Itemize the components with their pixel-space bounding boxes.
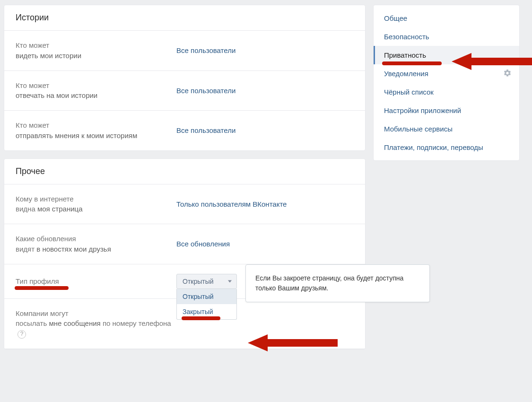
annotation-arrow-privacy [452,51,532,72]
profile-type-label: Тип профиля [16,276,176,287]
stories-card: Истории Кто может видеть мои истории Все… [4,5,366,151]
sidebar-item-blacklist[interactable]: Чёрный список [374,83,519,101]
profile-type-option-closed[interactable]: Закрытый [177,304,236,319]
chevron-down-icon [228,280,232,282]
sidebar-item-app-settings[interactable]: Настройки приложений [374,101,519,120]
sidebar-item-payments[interactable]: Платежи, подписки, переводы [374,138,519,157]
stories-row-see-value[interactable]: Все пользователи [176,46,235,54]
other-row-page-visibility: Кому в интернете видна моя страница Толь… [4,184,365,225]
other-header: Прочее [4,159,365,184]
other-row-updates-label: Какие обновления видят в новостях мои др… [16,234,176,254]
stories-row-reply-label: Кто может отвечать на мои истории [16,80,176,101]
stories-row-opinions-value[interactable]: Все пользователи [176,126,235,134]
svg-marker-0 [248,334,338,351]
sidebar-item-mobile[interactable]: Мобильные сервисы [374,120,519,138]
annotation-underline-profile-type [15,286,69,290]
stories-row-reply: Кто может отвечать на мои истории Все по… [4,71,365,111]
other-row-companies-label: Компании могут посылать мне сообщения по… [16,308,176,339]
sidebar-menu: Общее Безопасность Приватность Уведомлен… [373,5,520,161]
annotation-arrow-closed [248,332,338,353]
annotation-underline-closed [182,316,220,320]
profile-type-dropdown-list: Открытый Закрытый [176,289,237,320]
profile-type-option-open[interactable]: Открытый [177,289,236,304]
sidebar-item-general[interactable]: Общее [374,9,519,27]
help-icon[interactable]: ? [17,330,26,339]
other-row-updates: Какие обновления видят в новостях мои др… [4,224,365,264]
main-column: Истории Кто может видеть мои истории Все… [4,5,366,402]
other-card: Прочее Кому в интернете видна моя страни… [4,158,366,350]
stories-row-see: Кто может видеть мои истории Все пользов… [4,31,365,71]
profile-type-tooltip: Если Вы закроете страницу, она будет дос… [245,264,430,302]
profile-type-dropdown-selected[interactable]: Открытый [176,274,237,289]
other-row-updates-value[interactable]: Все обновления [176,240,230,248]
stories-row-opinions-label: Кто может отправлять мнения к моим истор… [16,120,176,141]
other-row-page-visibility-label: Кому в интернете видна моя страница [16,194,176,215]
profile-type-dropdown[interactable]: Открытый Открытый Закрытый [176,274,237,289]
stories-row-see-label: Кто может видеть мои истории [16,40,176,61]
other-row-profile-type: Тип профиля Открытый Открытый Закрытый Е… [4,264,365,299]
stories-header: Истории [4,5,365,31]
stories-row-opinions: Кто может отправлять мнения к моим истор… [4,111,365,150]
other-row-page-visibility-value[interactable]: Только пользователям ВКонтакте [176,200,287,208]
sidebar-item-security[interactable]: Безопасность [374,27,519,46]
stories-row-reply-value[interactable]: Все пользователи [176,87,235,95]
svg-marker-1 [452,53,532,70]
